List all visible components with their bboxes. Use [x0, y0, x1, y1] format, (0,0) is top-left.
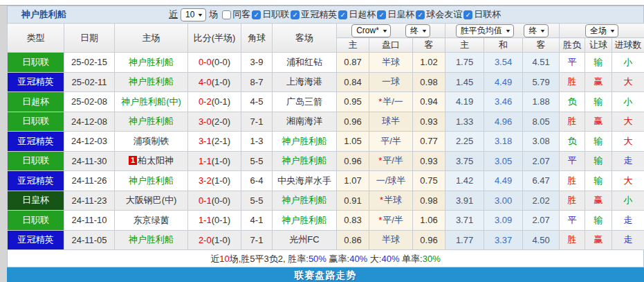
- recent-count-select[interactable]: 10▼: [181, 8, 206, 21]
- away-team-name[interactable]: 神户胜利船: [282, 136, 327, 146]
- home-team-name[interactable]: 神户胜利船: [129, 234, 174, 245]
- europe-time-value: 终: [528, 25, 537, 37]
- match-date: 24-11-10: [64, 211, 115, 231]
- home-team-name[interactable]: 东京绿茵: [134, 215, 169, 225]
- recent-link[interactable]: 近: [169, 8, 178, 21]
- chevron-down-icon: ▼: [540, 28, 546, 33]
- score-cell: 1-1(1-0): [188, 151, 241, 171]
- home-team-name[interactable]: 神户胜利船: [129, 76, 174, 87]
- handicap-odds-away: 0.96: [413, 230, 445, 250]
- result-wdl: 胜: [560, 171, 585, 191]
- europe-odds-select[interactable]: 胜平负均值▼: [456, 24, 514, 37]
- away-team-name[interactable]: 广岛三箭: [286, 96, 322, 107]
- away-team-name[interactable]: 湘南海洋: [286, 116, 322, 126]
- result-handicap: 输: [585, 211, 612, 231]
- result-wdl: 胜: [560, 230, 585, 250]
- result-goals: 小: [612, 92, 644, 112]
- league-badge: 日职联: [8, 211, 64, 231]
- half-score: (1-0): [212, 156, 230, 166]
- away-team-cell: 神户胜利船: [273, 132, 337, 152]
- handicap-odds-away: 0.98: [413, 72, 445, 92]
- away-team-name[interactable]: 浦和红钻: [286, 57, 322, 67]
- filter-label: 亚冠精英: [301, 8, 337, 21]
- avg-lose-odds: 6.47: [523, 171, 560, 191]
- team-header-bar: 神户胜利船 近 10▼ 场 同客✓日职联✓亚冠精英✓日超杯✓日皇杯✓球会友谊✓日…: [7, 6, 644, 23]
- full-score: 3-0: [199, 116, 212, 127]
- summary-segment: 30%: [423, 254, 441, 264]
- away-team-cell: 浦和红钻: [273, 53, 337, 73]
- away-team-name[interactable]: 神户胜利船: [282, 155, 327, 166]
- odds-company-select[interactable]: Crow*▼: [351, 24, 391, 37]
- match-date: 24-12-08: [64, 112, 115, 132]
- home-team-name[interactable]: 神户胜利船: [129, 175, 174, 186]
- score-cell: 3-2(1-0): [188, 171, 241, 191]
- home-team-name[interactable]: 浦项制铁: [134, 136, 169, 146]
- home-team-name[interactable]: 神户胜利船(中): [121, 96, 181, 107]
- matches-label: 场: [209, 8, 218, 21]
- corner-count: 5-5: [241, 191, 273, 211]
- odds-time-select[interactable]: 终▼: [405, 24, 430, 37]
- sub-header-handicap: 盘口: [369, 38, 413, 53]
- home-team-name[interactable]: 大阪钢巴(中): [126, 195, 177, 205]
- handicap-line: 半球: [384, 195, 402, 205]
- home-team-name[interactable]: 柏太阳神: [138, 155, 174, 166]
- home-team-cell: 浦项制铁: [115, 132, 188, 152]
- home-team-name[interactable]: 神户胜利船: [129, 57, 174, 67]
- match-row: 日皇杯24-11-23大阪钢巴(中)0-1(0-0)5-5神户胜利船0.91*半…: [8, 191, 644, 211]
- sub-header-odds-away: 客: [413, 38, 445, 53]
- home-team-name[interactable]: 神户胜利船: [129, 116, 174, 126]
- handicap-odds-home: 1.05: [337, 132, 369, 152]
- scope-select[interactable]: 全场▼: [585, 24, 618, 37]
- handicap-odds-home: 0.96: [337, 151, 369, 171]
- handicap-line: 一球: [382, 76, 400, 87]
- full-score: 4-0: [199, 77, 212, 87]
- result-goals: 大: [612, 132, 644, 152]
- europe-time-select[interactable]: 终▼: [524, 24, 549, 37]
- result-handicap: 输: [585, 132, 612, 152]
- away-team-cell: 湘南海洋: [273, 112, 337, 132]
- handicap-odds-home: 0.86: [337, 230, 369, 250]
- match-row: 亚冠精英24-11-05神户胜利船2-0(1-0)7-1光州FC0.86半球0.…: [8, 230, 644, 250]
- league-badge: 日职联: [8, 151, 64, 171]
- checkbox-unchecked-icon[interactable]: [222, 10, 231, 19]
- away-team-cell: 神户胜利船: [273, 191, 337, 211]
- filter-label: 日职联: [262, 8, 289, 21]
- result-handicap: 输: [585, 53, 612, 73]
- checkbox-checked-icon[interactable]: ✓: [377, 10, 386, 19]
- col-header-away: 客场: [273, 24, 337, 53]
- checkbox-checked-icon[interactable]: ✓: [463, 10, 472, 19]
- away-team-name[interactable]: 神户胜利船: [282, 215, 327, 225]
- full-score: 3-1: [199, 136, 212, 146]
- sub-header-handicap-result: 让球: [585, 38, 612, 53]
- away-team-name[interactable]: 神户胜利船: [282, 195, 327, 205]
- checkbox-checked-icon[interactable]: ✓: [252, 10, 261, 19]
- handicap-odds-home: 0.87: [337, 53, 369, 73]
- avg-draw-odds: 3.00: [484, 191, 523, 211]
- away-team-name[interactable]: 上海海港: [286, 76, 322, 87]
- half-score: (0-0): [212, 195, 230, 206]
- handicap-line-cell: *平/半: [369, 211, 413, 231]
- result-goals: 大: [612, 72, 644, 92]
- avg-lose-odds: 2.07: [523, 211, 560, 231]
- checkbox-checked-icon[interactable]: ✓: [291, 10, 300, 19]
- matches-tbody: 日职联25-02-15神户胜利船0-0(0-0)3-9浦和红钻0.87半球1.0…: [8, 53, 644, 250]
- result-goals: 小: [612, 53, 644, 73]
- checkbox-checked-icon[interactable]: ✓: [338, 10, 347, 19]
- away-team-cell: 光州FC: [273, 230, 337, 250]
- away-team-name[interactable]: 光州FC: [289, 234, 319, 245]
- result-wdl: 胜: [560, 72, 585, 92]
- chevron-down-icon: ▼: [197, 12, 203, 17]
- result-wdl: 胜: [560, 112, 585, 132]
- sub-header-avg-win: 主: [445, 38, 484, 53]
- col-header-score: 比分(半场): [188, 24, 241, 53]
- handicap-odds-home: 0.84: [337, 72, 369, 92]
- chevron-down-icon: ▼: [505, 28, 511, 33]
- full-score: 0-2: [199, 96, 212, 107]
- away-team-cell: 上海海港: [273, 72, 337, 92]
- summary-segment: 40%: [381, 254, 399, 264]
- checkbox-checked-icon[interactable]: ✓: [416, 10, 425, 19]
- result-wdl: 胜: [560, 191, 585, 211]
- away-team-name[interactable]: 中央海岸水手: [277, 175, 331, 186]
- avg-lose-odds: 2.02: [523, 191, 560, 211]
- league-trend-bar: 联赛盘路走势: [7, 267, 644, 282]
